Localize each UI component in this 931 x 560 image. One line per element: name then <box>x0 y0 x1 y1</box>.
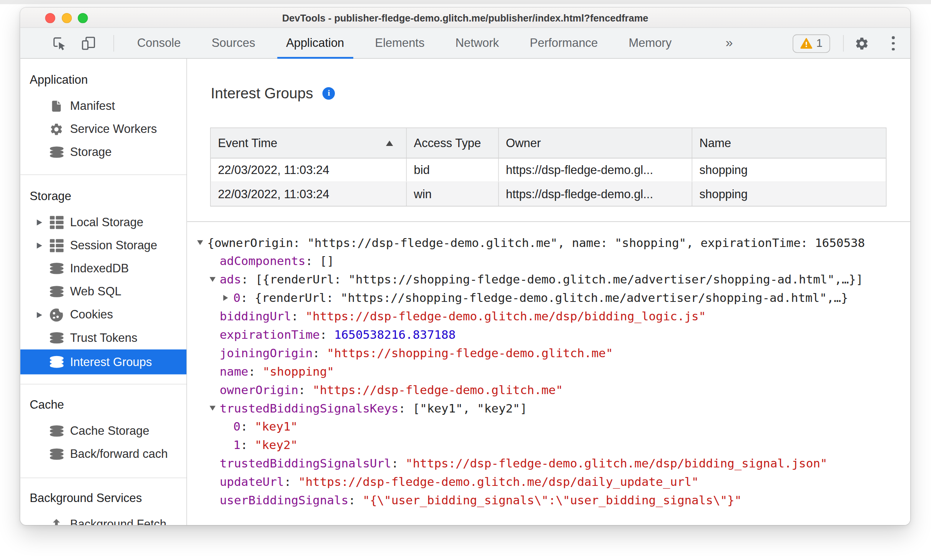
tree-line[interactable]: 0: {renderUrl: "https://shopping-fledge-… <box>187 288 910 307</box>
sidebar-item-back-forward-cach[interactable]: Back/forward cach <box>20 442 186 466</box>
panel-tabs: ConsoleSourcesApplicationElementsNetwork… <box>128 28 694 59</box>
string-value: "https://dsp-fledge-demo.glitch.me" <box>313 383 563 397</box>
table-cell: shopping <box>692 158 887 181</box>
tree-text: : <box>348 493 362 507</box>
more-tabs-button[interactable]: » <box>720 28 739 59</box>
property-name: userBiddingSignals <box>220 493 349 507</box>
interest-group-details-tree: {ownerOrigin: "https://dsp-fledge-demo.g… <box>187 233 910 509</box>
warning-triangle-icon <box>800 38 812 49</box>
device-toolbar-icon[interactable] <box>81 36 97 51</box>
tree-line[interactable]: joiningOrigin: "https://shopping-fledge-… <box>187 343 910 362</box>
sidebar-item-cache-storage[interactable]: Cache Storage <box>20 419 186 442</box>
tree-line[interactable]: adComponents: [] <box>187 252 910 270</box>
sidebar-item-local-storage[interactable]: Local Storage <box>20 210 186 234</box>
tab-elements[interactable]: Elements <box>366 28 433 59</box>
window-title: DevTools - publisher-fledge-demo.glitch.… <box>20 8 910 28</box>
settings-gear-icon[interactable] <box>855 36 869 51</box>
tree-text: : {renderUrl: "https://shopping-fledge-d… <box>241 290 848 305</box>
tree-line[interactable]: expirationTime: 1650538216.837188 <box>187 325 910 343</box>
sidebar-item-trust-tokens[interactable]: Trust Tokens <box>20 326 186 350</box>
column-header-event-time[interactable]: Event Time <box>211 128 407 158</box>
tree-line[interactable]: trustedBiddingSignalsKeys: ["key1", "key… <box>187 399 910 417</box>
expander-down-icon[interactable] <box>209 406 215 410</box>
tree-text: : <box>291 309 306 323</box>
tree-line[interactable]: name: "shopping" <box>187 362 910 380</box>
property-name: ownerOrigin <box>220 383 299 397</box>
window-titlebar[interactable]: DevTools - publisher-fledge-demo.glitch.… <box>20 8 910 28</box>
devtools-content: ApplicationManifestService WorkersStorag… <box>20 59 910 525</box>
sidebar-item-session-storage[interactable]: Session Storage <box>20 234 186 257</box>
sidebar-item-indexeddb[interactable]: IndexedDB <box>20 257 186 280</box>
property-name: 0 <box>233 290 241 305</box>
sidebar-item-background-fetch[interactable]: Background Fetch <box>20 513 186 525</box>
table-cell: 22/03/2022, 11:03:24 <box>211 182 407 206</box>
warnings-badge[interactable]: 1 <box>793 34 830 53</box>
sidebar-section-header-background-services: Background Services <box>20 489 186 506</box>
tab-memory[interactable]: Memory <box>620 28 680 59</box>
sidebar-item-manifest[interactable]: Manifest <box>20 94 186 118</box>
tab-console[interactable]: Console <box>128 28 190 59</box>
expander-down-icon[interactable] <box>197 240 203 245</box>
property-name: trustedBiddingSignalsUrl <box>220 456 391 470</box>
upload-icon <box>49 517 63 525</box>
sidebar-item-storage[interactable]: Storage <box>20 141 186 164</box>
toolbar-separator <box>113 35 114 51</box>
page-title: Interest Groups <box>211 84 313 102</box>
sidebar-item-cookies[interactable]: Cookies <box>20 303 186 326</box>
sidebar-section-header-cache: Cache <box>20 396 186 413</box>
expander-right-icon[interactable] <box>223 295 228 300</box>
tree-line[interactable]: userBiddingSignals: "{\"user_bidding_sig… <box>187 490 910 509</box>
warning-count: 1 <box>816 37 822 50</box>
database-icon <box>49 424 63 438</box>
tree-line[interactable]: updateUrl: "https://dsp-fledge-demo.glit… <box>187 472 910 491</box>
sidebar-item-interest-groups[interactable]: Interest Groups <box>20 350 186 374</box>
disclosure-triangle-icon[interactable] <box>37 312 42 318</box>
sidebar-item-label: Storage <box>70 145 111 159</box>
database-icon <box>49 355 63 369</box>
string-value: "key1" <box>255 419 298 433</box>
tree-line[interactable]: 1: "key2" <box>187 436 910 454</box>
tab-network[interactable]: Network <box>447 28 508 59</box>
sidebar-section-header-storage: Storage <box>20 187 186 204</box>
property-name: ads <box>220 272 241 286</box>
tree-line[interactable]: trustedBiddingSignalsUrl: "https://dsp-f… <box>187 454 910 472</box>
tab-application[interactable]: Application <box>277 28 353 59</box>
tree-text: : <box>298 383 313 397</box>
table-row[interactable]: 22/03/2022, 11:03:24bidhttps://dsp-fledg… <box>211 158 886 182</box>
tree-line[interactable]: 0: "key1" <box>187 417 910 436</box>
tab-sources[interactable]: Sources <box>203 28 264 59</box>
number-value: 1650538216.837188 <box>334 327 456 341</box>
expander-down-icon[interactable] <box>209 277 215 282</box>
property-name: 1 <box>233 437 241 452</box>
column-header-owner[interactable]: Owner <box>499 128 692 158</box>
column-header-access-type[interactable]: Access Type <box>407 128 499 158</box>
tree-text: : <box>241 419 255 433</box>
tree-text: : [] <box>306 253 334 268</box>
sidebar-item-service-workers[interactable]: Service Workers <box>20 118 186 141</box>
tree-line[interactable]: biddingUrl: "https://dsp-fledge-demo.gli… <box>187 307 910 325</box>
info-icon[interactable]: i <box>323 87 335 99</box>
column-header-label: Owner <box>506 136 541 150</box>
property-name: biddingUrl <box>220 309 291 323</box>
table-row[interactable]: 22/03/2022, 11:03:24winhttps://dsp-fledg… <box>211 182 886 206</box>
sidebar-item-web-sql[interactable]: Web SQL <box>20 280 186 303</box>
sidebar-section-divider <box>20 477 186 478</box>
disclosure-triangle-icon[interactable] <box>37 219 42 225</box>
column-header-label: Name <box>700 136 731 150</box>
tree-line[interactable]: {ownerOrigin: "https://dsp-fledge-demo.g… <box>187 233 910 252</box>
table-cell: shopping <box>692 182 887 206</box>
sidebar-item-label: Local Storage <box>70 215 143 229</box>
tree-line[interactable]: ownerOrigin: "https://dsp-fledge-demo.gl… <box>187 380 910 399</box>
more-options-icon[interactable] <box>892 36 895 50</box>
tab-performance[interactable]: Performance <box>521 28 607 59</box>
property-name: joiningOrigin <box>220 346 313 360</box>
disclosure-triangle-icon[interactable] <box>37 242 42 248</box>
property-name: adComponents <box>220 253 306 268</box>
column-header-name[interactable]: Name <box>692 128 887 158</box>
inspect-element-icon[interactable] <box>52 36 67 51</box>
string-value: "https://dsp-fledge-demo.glitch.me/dsp/b… <box>406 456 827 470</box>
sidebar-section-divider <box>20 384 186 384</box>
table-cell: https://dsp-fledge-demo.gl... <box>499 182 692 206</box>
tree-line[interactable]: ads: [{renderUrl: "https://shopping-fled… <box>187 270 910 288</box>
column-header-label: Access Type <box>414 136 481 150</box>
